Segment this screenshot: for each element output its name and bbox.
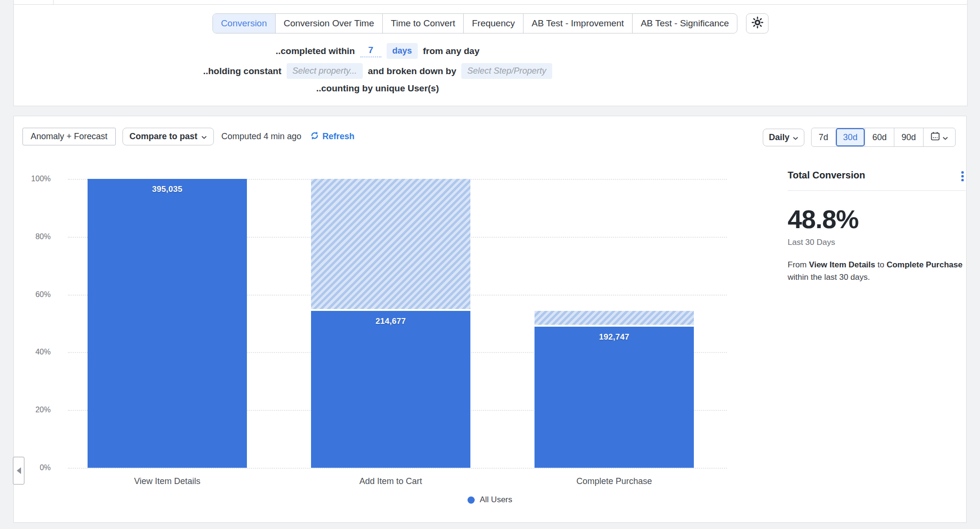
clause-counting-by: ..counting by unique User(s) <box>316 83 439 94</box>
header-divider-tick <box>53 0 54 5</box>
kebab-menu-icon[interactable] <box>959 170 966 183</box>
compare-to-past-label: Compare to past <box>130 132 198 142</box>
interval-label: Daily <box>769 132 790 143</box>
gear-icon <box>751 16 764 31</box>
x-axis-label: View Item Details <box>56 476 279 486</box>
funnel-loss-segment[interactable] <box>311 179 470 309</box>
chart-legend: All Users <box>14 495 966 505</box>
y-axis-label: 60% <box>21 290 51 299</box>
desc-suffix: within the last 30 days. <box>788 273 870 282</box>
interval-dropdown[interactable]: Daily <box>763 129 804 146</box>
desc-from-step: View Item Details <box>809 260 875 269</box>
panel-divider <box>788 190 966 191</box>
tab-frequency[interactable]: Frequency <box>463 14 523 33</box>
header-top-divider <box>14 0 967 5</box>
query-clauses: ..completed within 7 days from any day .… <box>14 43 741 94</box>
bar-value-label: 192,747 <box>535 332 694 342</box>
y-axis-label: 100% <box>21 175 51 183</box>
bar-value-label: 395,035 <box>88 185 247 194</box>
total-conversion-panel: Total Conversion 48.8% Last 30 Days From… <box>788 170 966 284</box>
custom-date-range-button[interactable] <box>923 128 955 146</box>
panel-title: Total Conversion <box>788 170 865 181</box>
breakdown-step-property-select[interactable]: Select Step/Property <box>461 63 552 79</box>
broken-down-by-label: and broken down by <box>368 66 457 77</box>
y-axis-label: 40% <box>21 348 51 356</box>
bar-value-label: 214,677 <box>311 317 470 326</box>
page: Conversion Conversion Over Time Time to … <box>0 0 980 529</box>
date-range-segmented-control: 7d 30d 60d 90d <box>811 128 956 147</box>
counting-by-label: ..counting by unique User(s) <box>316 83 439 94</box>
tab-conversion-over-time[interactable]: Conversion Over Time <box>275 14 382 33</box>
funnel-bar[interactable]: 192,747 <box>535 327 694 468</box>
compare-to-past-button[interactable]: Compare to past <box>122 128 214 145</box>
gridline <box>68 468 727 469</box>
funnel-bar[interactable]: 214,677 <box>311 311 470 468</box>
range-7d-button[interactable]: 7d <box>812 128 835 146</box>
refresh-icon <box>310 131 319 143</box>
refresh-button[interactable]: Refresh <box>310 131 355 143</box>
holding-constant-label: ..holding constant <box>203 66 281 77</box>
settings-button[interactable] <box>746 13 768 33</box>
from-any-day-label: from any day <box>423 46 479 56</box>
desc-prefix: From <box>788 260 807 269</box>
query-header-card: Conversion Conversion Over Time Time to … <box>13 0 968 106</box>
x-axis-label: Add Item to Cart <box>279 476 502 486</box>
funnel-plot: 100%80%60%40%20%0%395,035View Item Detai… <box>56 179 727 468</box>
holding-constant-property-select[interactable]: Select property... <box>287 63 363 79</box>
analysis-tabs: Conversion Conversion Over Time Time to … <box>212 13 738 33</box>
conversion-window-unit-select[interactable]: days <box>387 43 418 59</box>
conversion-window-input[interactable]: 7 <box>360 45 381 57</box>
y-axis-label: 20% <box>21 406 51 414</box>
chevron-down-icon <box>793 132 798 143</box>
y-axis-label: 80% <box>21 232 51 241</box>
tab-ab-test-significance[interactable]: AB Test - Significance <box>632 14 737 33</box>
tab-time-to-convert[interactable]: Time to Convert <box>382 14 463 33</box>
y-axis-label: 0% <box>21 463 51 472</box>
legend-label-all-users[interactable]: All Users <box>479 495 512 505</box>
range-90d-button[interactable]: 90d <box>894 128 923 146</box>
desc-to-step: Complete Purchase <box>887 260 963 269</box>
collapse-panel-handle[interactable] <box>13 457 24 485</box>
total-conversion-period: Last 30 Days <box>788 238 966 247</box>
funnel-loss-segment[interactable] <box>535 311 694 325</box>
total-conversion-value: 48.8% <box>788 204 966 234</box>
completed-within-label: ..completed within <box>276 46 355 56</box>
range-60d-button[interactable]: 60d <box>865 128 894 146</box>
chart-toolbar-right: Daily 7d 30d 60d 90d <box>763 128 956 147</box>
calendar-icon <box>931 132 940 143</box>
total-conversion-description: From View Item Details to Complete Purch… <box>788 259 966 284</box>
x-axis-label: Complete Purchase <box>502 476 726 486</box>
chart-toolbar-left: Anomaly + Forecast Compare to past Compu… <box>22 128 355 145</box>
tab-conversion[interactable]: Conversion <box>213 14 275 33</box>
computed-ago-text: Computed 4 min ago <box>222 132 301 142</box>
chart-card: Anomaly + Forecast Compare to past Compu… <box>13 116 967 523</box>
chevron-down-icon <box>201 132 207 142</box>
chevron-down-icon <box>943 132 948 143</box>
panel-header: Total Conversion <box>788 170 966 183</box>
clause-completed-within: ..completed within 7 days from any day <box>276 43 479 59</box>
desc-mid: to <box>878 260 884 269</box>
anomaly-forecast-button[interactable]: Anomaly + Forecast <box>22 128 116 145</box>
clause-holding-constant: ..holding constant Select property... an… <box>203 63 552 79</box>
range-30d-button[interactable]: 30d <box>835 128 865 146</box>
dot-icon <box>468 496 475 504</box>
funnel-bar[interactable]: 395,035 <box>88 179 247 468</box>
collapse-left-icon <box>17 467 21 474</box>
tab-ab-test-improvement[interactable]: AB Test - Improvement <box>523 14 632 33</box>
refresh-label: Refresh <box>323 132 355 142</box>
analysis-tabs-row: Conversion Conversion Over Time Time to … <box>14 13 967 33</box>
